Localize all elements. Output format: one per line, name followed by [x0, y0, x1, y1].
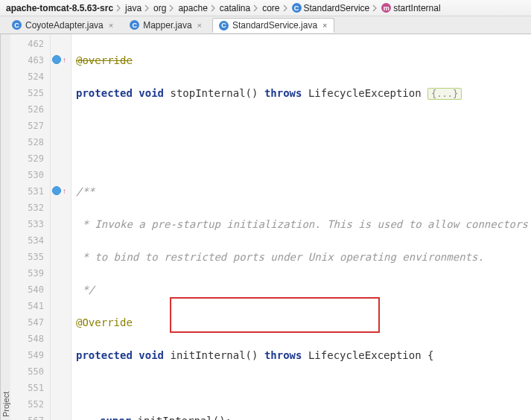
chevron-right-icon: [211, 4, 217, 12]
line-number: 529: [10, 150, 50, 167]
marker-gutter[interactable]: ↑ ↑: [51, 34, 71, 420]
line-number: 528: [10, 134, 50, 150]
line-number: 535: [10, 249, 50, 265]
arrow-up-icon: ↑: [63, 56, 66, 64]
line-number-gutter[interactable]: 462 463 524 525 526 527 528 529 530 531 …: [10, 34, 51, 420]
crumb-java[interactable]: java: [122, 2, 144, 14]
line-number: 527: [10, 118, 50, 134]
close-icon[interactable]: ×: [322, 21, 327, 30]
crumb-class[interactable]: CStandardService: [289, 2, 373, 14]
class-icon: C: [219, 21, 229, 31]
method-icon: m: [381, 3, 391, 13]
line-number: 524: [10, 69, 50, 85]
line-number: 549: [10, 347, 50, 363]
tab-label: CoyoteAdapter.java: [25, 20, 104, 31]
editor: Project 462 463 524 525 526 527 528 529 …: [0, 34, 531, 420]
crumb-core[interactable]: core: [259, 2, 282, 14]
chevron-right-icon: [372, 4, 378, 12]
code-line: * Invoke a pre-startup initialization. T…: [76, 216, 531, 232]
tab-coyote-adapter[interactable]: C CoyoteAdapter.java ×: [6, 19, 119, 32]
line-number: 532: [10, 200, 50, 216]
tab-mapper[interactable]: C Mapper.java ×: [124, 19, 208, 32]
override-marker-icon[interactable]: [52, 55, 61, 64]
class-icon: C: [12, 20, 22, 30]
crumb-method[interactable]: mstartInternal: [378, 2, 443, 14]
crumb-org[interactable]: org: [150, 2, 169, 14]
editor-tabs: C CoyoteAdapter.java × C Mapper.java × C…: [0, 16, 531, 34]
close-icon[interactable]: ×: [109, 21, 113, 30]
line-number: 551: [10, 380, 50, 396]
crumb-catalina[interactable]: catalina: [217, 2, 253, 14]
code-line: protected void initInternal() throws Lif…: [76, 347, 531, 363]
line-number: 463: [10, 52, 50, 69]
line-number: 552: [10, 396, 50, 413]
line-number: 526: [10, 101, 50, 118]
line-number: 550: [10, 363, 50, 380]
code-area[interactable]: @override protected void stopInternal() …: [71, 34, 531, 420]
tab-standard-service[interactable]: C StandardService.java ×: [212, 18, 334, 33]
chevron-right-icon: [144, 4, 150, 12]
arrow-up-icon: ↑: [63, 187, 66, 195]
code-line: @override: [76, 52, 531, 69]
chevron-right-icon: [283, 4, 289, 12]
class-icon: C: [130, 20, 139, 30]
line-number: 567: [10, 413, 50, 420]
line-number: 540: [10, 281, 50, 298]
code-line: [76, 118, 531, 134]
tab-label: Mapper.java: [143, 20, 191, 31]
chevron-right-icon: [116, 4, 122, 12]
code-line: /**: [76, 183, 531, 200]
code-line: [76, 380, 531, 396]
code-line: * to bind to restricted ports under Unix…: [76, 249, 531, 265]
class-icon: C: [292, 3, 302, 13]
line-number: 531: [10, 183, 50, 200]
line-number: 541: [10, 298, 50, 314]
fold-region[interactable]: {...}: [427, 88, 462, 100]
crumb-root[interactable]: apache-tomcat-8.5.63-src: [3, 2, 116, 14]
line-number: 547: [10, 314, 50, 331]
code-line: protected void stopInternal() throws Lif…: [76, 85, 531, 101]
code-line: super.initInternal();: [76, 413, 531, 420]
line-number: 530: [10, 167, 50, 183]
line-number: 534: [10, 232, 50, 249]
code-line: @Override: [76, 314, 531, 331]
code-line: [76, 150, 531, 167]
chevron-right-icon: [169, 4, 175, 12]
crumb-apache[interactable]: apache: [175, 2, 210, 14]
line-number: 539: [10, 265, 50, 281]
line-number: 462: [10, 36, 50, 52]
chevron-right-icon: [253, 4, 259, 12]
code-line: */: [76, 281, 531, 298]
tab-label: StandardService.java: [232, 20, 317, 31]
close-icon[interactable]: ×: [197, 21, 202, 30]
line-number: 533: [10, 216, 50, 232]
sidebar-tool-project[interactable]: Project: [0, 34, 10, 420]
breadcrumb: apache-tomcat-8.5.63-src java org apache…: [0, 0, 531, 16]
line-number: 525: [10, 85, 50, 101]
override-marker-icon[interactable]: [52, 186, 61, 195]
line-number: 548: [10, 331, 50, 347]
